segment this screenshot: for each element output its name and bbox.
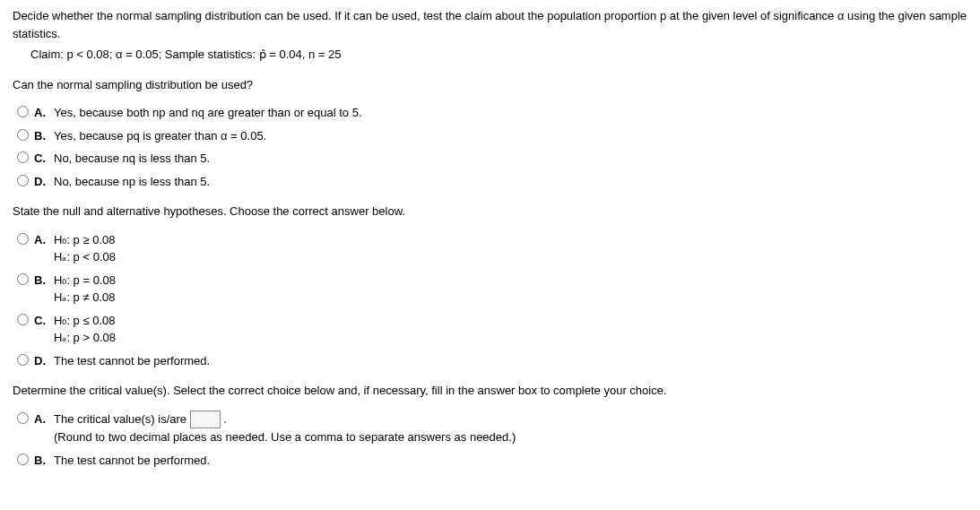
- hypothesis-h0: H₀: p ≥ 0.08: [54, 231, 116, 249]
- q2-option-d[interactable]: D. The test cannot be performed.: [13, 352, 967, 370]
- hypothesis-ha: Hₐ: p > 0.08: [54, 329, 116, 347]
- q2-prompt: State the null and alternative hypothese…: [13, 203, 967, 220]
- option-text: Yes, because pq is greater than α = 0.05…: [54, 127, 266, 145]
- q2-option-b[interactable]: B. H₀: p = 0.08 Hₐ: p ≠ 0.08: [13, 272, 967, 307]
- option-label: A.: [34, 231, 48, 249]
- critical-value-input[interactable]: [190, 411, 221, 428]
- q2-option-c[interactable]: C. H₀: p ≤ 0.08 Hₐ: p > 0.08: [13, 312, 967, 347]
- hypothesis-h0: H₀: p ≤ 0.08: [54, 312, 116, 330]
- option-text: No, because nq is less than 5.: [54, 150, 210, 168]
- q2-radio-d[interactable]: [17, 354, 29, 366]
- option-text: Yes, because both np and nq are greater …: [54, 104, 362, 122]
- q3-option-a[interactable]: A. The critical value(s) is/are . (Round…: [13, 411, 967, 446]
- q2-radio-a[interactable]: [17, 233, 29, 245]
- q1-radio-b[interactable]: [17, 129, 29, 141]
- q3-radio-a[interactable]: [17, 412, 29, 424]
- q3-option-b[interactable]: B. The test cannot be performed.: [13, 452, 967, 470]
- option-label: C.: [34, 150, 48, 168]
- option-text: The test cannot be performed.: [54, 352, 210, 370]
- q2-radio-c[interactable]: [17, 314, 29, 325]
- option-text: The test cannot be performed.: [54, 452, 210, 470]
- q1-option-d[interactable]: D. No, because np is less than 5.: [13, 173, 967, 191]
- option-label: B.: [34, 452, 48, 470]
- option-label: B.: [34, 272, 48, 290]
- hypothesis-h0: H₀: p = 0.08: [54, 272, 116, 290]
- option-text: H₀: p ≥ 0.08 Hₐ: p < 0.08: [54, 231, 116, 266]
- option-text: The critical value(s) is/are . (Round to…: [54, 411, 516, 446]
- rounding-note: (Round to two decimal places as needed. …: [54, 428, 516, 446]
- option-label: A.: [34, 411, 48, 428]
- claim-text: Claim: p < 0.08; α = 0.05; Sample statis…: [30, 46, 967, 64]
- option-label: C.: [34, 312, 48, 330]
- q2-option-a[interactable]: A. H₀: p ≥ 0.08 Hₐ: p < 0.08: [13, 231, 967, 266]
- q1-option-c[interactable]: C. No, because nq is less than 5.: [13, 150, 967, 168]
- q1-option-b[interactable]: B. Yes, because pq is greater than α = 0…: [13, 127, 967, 145]
- critical-value-text: The critical value(s) is/are: [54, 412, 190, 426]
- option-label: D.: [34, 173, 48, 191]
- option-text: H₀: p = 0.08 Hₐ: p ≠ 0.08: [54, 272, 116, 307]
- q1-radio-c[interactable]: [17, 151, 29, 163]
- option-label: D.: [34, 352, 48, 370]
- q1-radio-d[interactable]: [17, 175, 29, 186]
- option-label: A.: [34, 104, 48, 122]
- hypothesis-ha: Hₐ: p < 0.08: [54, 248, 116, 266]
- option-text: H₀: p ≤ 0.08 Hₐ: p > 0.08: [54, 312, 116, 347]
- option-text: No, because np is less than 5.: [54, 173, 210, 191]
- hypothesis-ha: Hₐ: p ≠ 0.08: [54, 289, 116, 307]
- q1-prompt: Can the normal sampling distribution be …: [13, 76, 967, 94]
- question-intro: Decide whether the normal sampling distr…: [13, 7, 967, 42]
- q2-radio-b[interactable]: [17, 273, 29, 285]
- period: .: [223, 412, 227, 426]
- option-label: B.: [34, 127, 48, 145]
- q3-prompt: Determine the critical value(s). Select …: [13, 382, 967, 400]
- q1-option-a[interactable]: A. Yes, because both np and nq are great…: [13, 104, 967, 122]
- q1-radio-a[interactable]: [17, 106, 29, 117]
- q3-radio-b[interactable]: [17, 454, 29, 465]
